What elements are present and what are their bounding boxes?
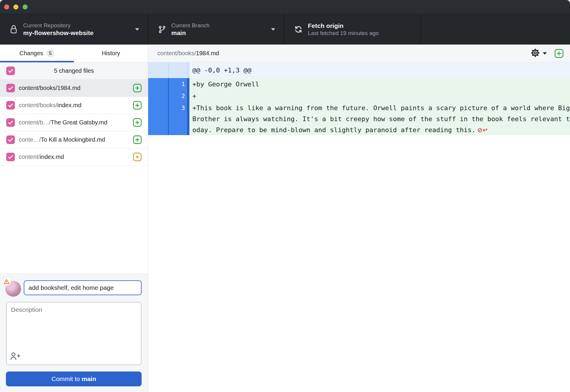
sidebar: Changes 5 History 5 changed files — [0, 45, 148, 392]
fetch-subtitle: Last fetched 19 minutes ago — [308, 30, 420, 37]
current-branch-dropdown[interactable]: Current Branch main — [148, 14, 284, 45]
file-checkbox[interactable] — [6, 84, 15, 92]
diff-header: content/books/1984.md — [148, 45, 570, 62]
line-number[interactable]: 2 — [169, 90, 187, 102]
gear-icon — [530, 48, 540, 59]
current-repository-dropdown[interactable]: Current Repository my-flowershow-website — [0, 14, 148, 45]
repository-name: my-flowershow-website — [23, 29, 135, 37]
changed-files-header[interactable]: 5 changed files — [0, 62, 148, 80]
sidebar-tabs: Changes 5 History — [0, 45, 148, 62]
repository-label: Current Repository — [23, 22, 135, 29]
commit-description-textarea[interactable] — [6, 302, 141, 365]
diff-file-path: content/books/1984.md — [157, 50, 530, 57]
added-line-text: +by George Orwell — [189, 78, 570, 90]
file-row-1984[interactable]: content/books/1984.md — [0, 80, 148, 97]
added-file-status-icon[interactable] — [555, 49, 563, 58]
chevron-down-icon — [271, 28, 275, 31]
added-file-icon — [133, 101, 142, 110]
commit-button[interactable]: Commit to main — [6, 372, 142, 386]
line-number[interactable]: 3 — [169, 102, 187, 135]
hunk-header-row[interactable]: @@ -0,0 +1,3 @@ — [148, 62, 570, 78]
file-path: content/index.md — [19, 154, 131, 160]
fetch-origin-button[interactable]: Fetch origin Last fetched 19 minutes ago — [284, 14, 421, 45]
fetch-title: Fetch origin — [308, 22, 420, 30]
hunk-header-text: @@ -0,0 +1,3 @@ — [189, 62, 570, 78]
file-checkbox[interactable] — [6, 118, 15, 127]
tab-changes-label: Changes — [19, 50, 43, 57]
titlebar — [0, 0, 570, 14]
add-coauthor-icon[interactable] — [10, 351, 20, 362]
added-file-icon — [133, 84, 142, 92]
file-checkbox[interactable] — [6, 101, 15, 110]
lock-icon — [9, 24, 18, 35]
diff-pane: content/books/1984.md — [148, 45, 570, 392]
modified-file-icon — [133, 153, 142, 161]
commit-panel: Commit to main — [0, 274, 148, 392]
diff-options-button[interactable] — [530, 48, 547, 59]
file-row-mockingbird[interactable]: conte…/To Kill a Mockingbird.md — [0, 131, 148, 148]
chevron-down-icon — [135, 28, 139, 31]
diff-line-1[interactable]: 1 +by George Orwell — [148, 78, 570, 90]
tab-history[interactable]: History — [74, 45, 148, 62]
line-number[interactable]: 1 — [169, 78, 187, 90]
changes-count-badge: 5 — [46, 49, 55, 57]
close-button[interactable] — [4, 4, 9, 10]
file-row-index[interactable]: content/index.md — [0, 148, 148, 166]
file-path: content/books/index.md — [19, 102, 131, 109]
toolbar: Current Repository my-flowershow-website… — [0, 14, 570, 45]
added-line-text: +This book is like a warning from the fu… — [189, 102, 570, 135]
added-line-text: + — [189, 90, 570, 102]
file-row-books-index[interactable]: content/books/index.md — [0, 97, 148, 114]
tab-changes[interactable]: Changes 5 — [0, 45, 74, 62]
maximize-button[interactable] — [23, 4, 28, 10]
diff-body: @@ -0,0 +1,3 @@ 1 +by George Orwell 2 + — [148, 62, 570, 392]
file-row-great-gatsby[interactable]: content/b…/The Great Gatsby.md — [0, 114, 148, 131]
chevron-down-icon — [543, 52, 547, 55]
file-path: conte…/To Kill a Mockingbird.md — [19, 136, 131, 143]
branch-name: main — [171, 29, 271, 37]
tab-history-label: History — [102, 50, 120, 57]
gutter-old[interactable] — [148, 90, 168, 102]
file-checkbox[interactable] — [6, 135, 15, 144]
file-checkbox[interactable] — [6, 153, 15, 161]
gutter-old[interactable] — [148, 102, 168, 135]
added-file-icon — [133, 135, 142, 144]
changed-files-count: 5 changed files — [0, 67, 148, 74]
changed-files-list: 5 changed files content/books/1984.md — [0, 62, 148, 166]
gutter-old[interactable] — [148, 78, 168, 90]
gutter-old — [148, 62, 168, 78]
file-list-empty-space — [0, 166, 148, 274]
minimize-button[interactable] — [13, 4, 18, 10]
file-path: content/books/1984.md — [19, 85, 131, 91]
toolbar-filler — [421, 14, 570, 45]
git-branch-icon — [158, 25, 166, 34]
include-all-checkbox[interactable] — [6, 67, 15, 75]
no-newline-icon: ⊘↵ — [476, 127, 488, 134]
gutter-new — [169, 62, 187, 78]
branch-label: Current Branch — [171, 22, 271, 29]
added-file-icon — [133, 118, 142, 127]
sync-icon — [294, 25, 303, 34]
app-window: Current Repository my-flowershow-website… — [0, 0, 570, 392]
diff-line-2[interactable]: 2 + — [148, 90, 570, 102]
warning-icon[interactable] — [2, 277, 11, 286]
window-controls — [4, 4, 28, 10]
diff-line-3[interactable]: 3 +This book is like a warning from the … — [148, 102, 570, 135]
commit-summary-input[interactable] — [24, 280, 142, 295]
file-path: content/b…/The Great Gatsby.md — [19, 119, 131, 126]
